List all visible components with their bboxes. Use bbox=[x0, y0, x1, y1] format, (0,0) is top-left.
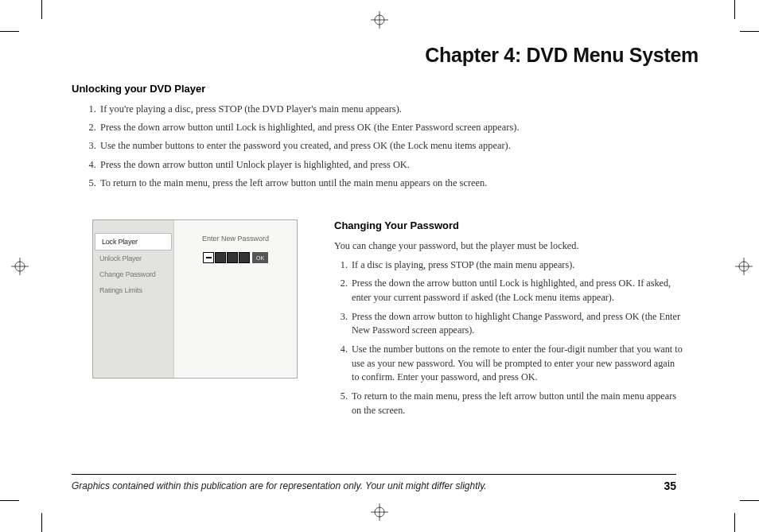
footer-disclaimer: Graphics contained within this publicati… bbox=[72, 480, 487, 491]
list-item: If a disc is playing, press STOP (the ma… bbox=[350, 258, 683, 273]
menu-main-panel: Enter New Password OK bbox=[174, 220, 297, 378]
page-footer: Graphics contained within this publicati… bbox=[72, 474, 676, 492]
registration-mark-icon bbox=[371, 11, 388, 29]
registration-mark-icon bbox=[371, 503, 388, 521]
menu-item-unlock-player: Unlock Player bbox=[93, 250, 173, 266]
registration-mark-icon bbox=[735, 258, 753, 275]
ok-button-icon: OK bbox=[252, 252, 268, 263]
password-digit-box bbox=[227, 252, 238, 263]
menu-item-lock-player: Lock Player bbox=[95, 233, 172, 250]
list-item: Press the down arrow button until Unlock… bbox=[99, 157, 699, 173]
cropmark bbox=[41, 0, 42, 19]
password-prompt-label: Enter New Password bbox=[174, 235, 297, 243]
cropmark bbox=[740, 500, 759, 501]
password-digit-box bbox=[239, 252, 250, 263]
page-number: 35 bbox=[664, 480, 676, 492]
menu-screenshot: Lock Player Unlock Player Change Passwor… bbox=[92, 219, 298, 379]
registration-mark-icon bbox=[11, 258, 29, 275]
cropmark bbox=[0, 500, 19, 501]
password-digit-box bbox=[215, 252, 226, 263]
list-item: Press the down arrow button until Lock i… bbox=[99, 120, 699, 135]
menu-item-change-password: Change Password bbox=[93, 266, 173, 282]
list-item: To return to the main menu, press the le… bbox=[99, 176, 699, 191]
menu-item-ratings-limits: Ratings Limits bbox=[93, 282, 173, 298]
password-digit-box bbox=[203, 252, 214, 263]
page-content: Chapter 4: DVD Menu System Unlocking you… bbox=[72, 44, 699, 422]
cropmark bbox=[734, 513, 735, 532]
menu-sidebar: Lock Player Unlock Player Change Passwor… bbox=[93, 220, 174, 378]
list-item: Use the number buttons to enter the pass… bbox=[99, 138, 699, 153]
list-item: If you're playing a disc, press STOP (th… bbox=[99, 102, 699, 117]
password-boxes: OK bbox=[174, 252, 297, 263]
change-password-steps-list: If a disc is playing, press STOP (the ma… bbox=[350, 258, 683, 418]
list-item: To return to the main menu, press the le… bbox=[350, 390, 683, 417]
change-password-intro: You can change your password, but the pl… bbox=[334, 239, 683, 253]
list-item: Press the down the arrow button until Lo… bbox=[350, 277, 683, 305]
list-item: Use the number buttons on the remote to … bbox=[350, 343, 683, 385]
unlock-steps-list: If you're playing a disc, press STOP (th… bbox=[99, 102, 699, 191]
cropmark bbox=[41, 513, 42, 532]
list-item: Press the down arrow button to highlight… bbox=[350, 310, 683, 338]
cropmark bbox=[734, 0, 735, 19]
cropmark bbox=[0, 31, 19, 32]
section-heading-change-password: Changing Your Password bbox=[334, 219, 683, 231]
cropmark bbox=[740, 31, 759, 32]
section-heading-unlock: Unlocking your DVD Player bbox=[72, 83, 699, 95]
chapter-title: Chapter 4: DVD Menu System bbox=[72, 44, 699, 67]
